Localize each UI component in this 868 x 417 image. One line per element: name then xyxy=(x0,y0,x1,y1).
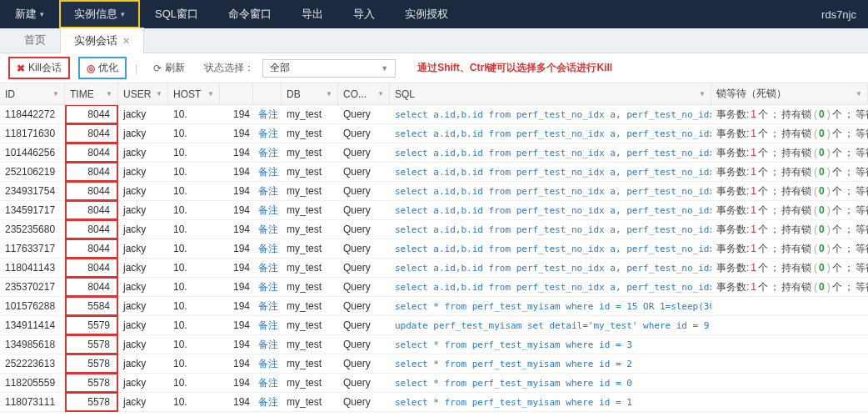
menu-item-2[interactable]: SQL窗口 xyxy=(140,0,213,28)
refresh-button[interactable]: ⟳ 刷新 xyxy=(146,58,192,78)
cell-note: 备注 xyxy=(253,163,282,181)
chevron-down-icon: ▾ xyxy=(40,10,44,18)
toolbar: ✖ Kill会话 ◎ 优化 | ⟳ 刷新 状态选择： 全部 ▼ 通过Shift、… xyxy=(0,53,868,83)
table-row[interactable]: 1184422728044jacky10.194备注my_testQueryse… xyxy=(0,105,868,124)
cell-cmd: Query xyxy=(338,201,390,219)
cell-sql: update perf_test_myisam set detail='my_t… xyxy=(390,316,711,334)
note-link[interactable]: 备注 xyxy=(258,299,278,314)
table-row[interactable]: 1014462568044jacky10.194备注my_testQueryse… xyxy=(0,143,868,163)
cell-lock: 事务数:1个；持有锁(0)个；等待锁(0)个 xyxy=(711,259,868,277)
cell-sql: select a.id,b.id from perf_test_no_idx a… xyxy=(390,259,711,277)
cell-cmd: Query xyxy=(338,239,390,258)
col-time[interactable]: TIME▼ xyxy=(65,83,118,104)
col-port[interactable] xyxy=(220,83,253,104)
cell-user: jacky xyxy=(118,316,168,334)
menu-item-5[interactable]: 导入 xyxy=(338,0,390,28)
cell-user: jacky xyxy=(118,143,168,162)
cell-note: 备注 xyxy=(253,354,282,373)
cell-id: 235235680 xyxy=(0,220,65,239)
menu-item-3[interactable]: 命令窗口 xyxy=(213,0,287,28)
col-sql[interactable]: SQL▼ xyxy=(390,83,711,104)
cell-port: 194 xyxy=(220,278,253,296)
cell-note: 备注 xyxy=(253,105,282,123)
col-user[interactable]: USER▼ xyxy=(118,83,168,104)
note-link[interactable]: 备注 xyxy=(258,376,278,390)
refresh-label: 刷新 xyxy=(165,61,185,75)
optimize-button[interactable]: ◎ 优化 xyxy=(78,57,127,79)
note-link[interactable]: 备注 xyxy=(258,223,278,237)
close-icon: ✖ xyxy=(17,63,25,74)
cell-time: 8044 xyxy=(65,162,118,182)
note-link[interactable]: 备注 xyxy=(258,203,278,218)
tab-0[interactable]: 首页 xyxy=(10,27,60,53)
cell-time: 8044 xyxy=(65,105,118,124)
table-row[interactable]: 1181716308044jacky10.194备注my_testQueryse… xyxy=(0,124,868,143)
cell-user: jacky xyxy=(118,354,168,373)
cell-id: 118442272 xyxy=(0,105,65,123)
menu-item-6[interactable]: 实例授权 xyxy=(390,0,463,28)
cell-note: 备注 xyxy=(253,335,282,354)
cell-port: 194 xyxy=(220,316,253,334)
note-link[interactable]: 备注 xyxy=(258,357,278,371)
col-note[interactable] xyxy=(253,83,282,104)
cell-user: jacky xyxy=(118,297,168,315)
tab-1[interactable]: 实例会话✕ xyxy=(60,28,144,53)
table-row[interactable]: 1180411438044jacky10.194备注my_testQueryse… xyxy=(0,259,868,278)
table-row[interactable]: 1182055595578jacky10.194备注my_testQueryse… xyxy=(0,374,868,393)
table-row[interactable]: 1349114145579jacky10.194备注my_testQueryup… xyxy=(0,316,868,335)
table-row[interactable]: 2521062198044jacky10.194备注my_testQueryse… xyxy=(0,163,868,182)
cell-cmd: Query xyxy=(338,316,390,334)
hint-text: 通过Shift、Ctrl键可以选择多个会话进行Kill xyxy=(417,61,612,75)
col-host[interactable]: HOST▼ xyxy=(168,83,220,104)
note-link[interactable]: 备注 xyxy=(258,184,278,198)
cell-user: jacky xyxy=(118,278,168,296)
cell-cmd: Query xyxy=(338,105,390,123)
note-link[interactable]: 备注 xyxy=(258,165,278,179)
note-link[interactable]: 备注 xyxy=(258,395,278,409)
menu-item-1[interactable]: 实例信息▾ xyxy=(59,0,140,28)
table-row[interactable]: 1176337178044jacky10.194备注my_testQueryse… xyxy=(0,239,868,259)
cell-lock xyxy=(711,335,868,354)
menu-item-0[interactable]: 新建▾ xyxy=(0,0,59,28)
cell-user: jacky xyxy=(118,220,168,239)
table-row[interactable]: 2522236135578jacky10.194备注my_testQueryse… xyxy=(0,354,868,374)
menu-item-4[interactable]: 导出 xyxy=(287,0,338,28)
table-row[interactable]: 1180731115578jacky10.194备注my_testQueryse… xyxy=(0,393,868,412)
cell-sql: select * from perf_test_myisam where id … xyxy=(390,374,711,392)
kill-session-button[interactable]: ✖ Kill会话 xyxy=(8,57,70,79)
note-link[interactable]: 备注 xyxy=(258,108,278,122)
col-lock[interactable]: 锁等待（死锁）▼ xyxy=(711,83,868,104)
cell-port: 194 xyxy=(220,124,253,143)
col-id[interactable]: ID▼ xyxy=(0,83,65,104)
note-link[interactable]: 备注 xyxy=(258,127,278,141)
note-link[interactable]: 备注 xyxy=(258,242,278,256)
cell-db: my_test xyxy=(282,393,338,411)
table-row[interactable]: 2349317548044jacky10.194备注my_testQueryse… xyxy=(0,182,868,201)
cell-note: 备注 xyxy=(253,201,282,219)
cell-user: jacky xyxy=(118,105,168,123)
cell-sql: select a.id,b.id from perf_test_no_idx a… xyxy=(390,278,711,296)
note-link[interactable]: 备注 xyxy=(258,146,278,160)
cell-lock: 事务数:1个；持有锁(0)个；等待锁(0)个 xyxy=(711,201,868,219)
table-row[interactable]: 1349856185578jacky10.194备注my_testQueryse… xyxy=(0,335,868,354)
cell-user: jacky xyxy=(118,259,168,277)
note-link[interactable]: 备注 xyxy=(258,280,278,294)
note-link[interactable]: 备注 xyxy=(258,338,278,352)
cell-db: my_test xyxy=(282,239,338,258)
cell-port: 194 xyxy=(220,105,253,123)
table-row[interactable]: 2352356808044jacky10.194备注my_testQueryse… xyxy=(0,220,868,239)
col-db[interactable]: DB▼ xyxy=(282,83,338,104)
col-cmd[interactable]: CO...▼ xyxy=(338,83,390,104)
status-select[interactable]: 全部 ▼ xyxy=(262,59,396,78)
table-row[interactable]: 1345917178044jacky10.194备注my_testQueryse… xyxy=(0,201,868,220)
table-row[interactable]: 1015762885584jacky10.194备注my_testQueryse… xyxy=(0,297,868,316)
cell-host: 10. xyxy=(168,105,220,123)
cell-lock: 事务数:1个；持有锁(0)个；等待锁(0)个 xyxy=(711,239,868,258)
note-link[interactable]: 备注 xyxy=(258,319,278,333)
cell-cmd: Query xyxy=(338,374,390,392)
note-link[interactable]: 备注 xyxy=(258,261,278,275)
table-row[interactable]: 2353702178044jacky10.194备注my_testQueryse… xyxy=(0,278,868,297)
cell-cmd: Query xyxy=(338,163,390,181)
close-icon[interactable]: ✕ xyxy=(122,36,130,46)
chevron-down-icon: ▾ xyxy=(121,10,125,18)
